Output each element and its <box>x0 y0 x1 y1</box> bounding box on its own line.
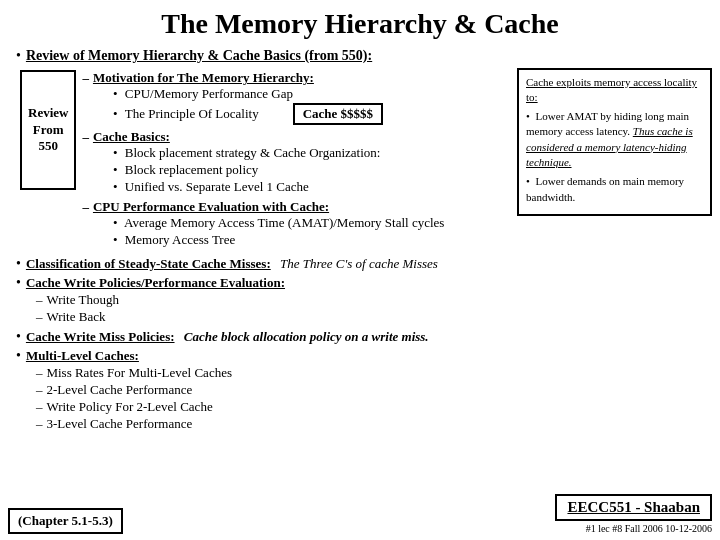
bullet5-sub2: – 2-Level Cache Performance <box>36 382 232 398</box>
bullet3-row: • Cache Write Policies/Performance Evalu… <box>16 275 708 326</box>
callout-item2: • Lower demands on main memory bandwidth… <box>526 174 703 205</box>
callout-item1: • Lower AMAT by hiding long main memory … <box>526 109 703 171</box>
bullet3-sub2: – Write Back <box>36 309 285 325</box>
bottom-bar: (Chapter 5.1-5.3) EECC551 - Shaaban #1 l… <box>8 494 712 534</box>
sub1-item1: • CPU/Memory Performance Gap <box>113 86 387 102</box>
bullet5-row: • Multi-Level Caches: – Miss Rates For M… <box>16 348 708 433</box>
bullet2-row: • Classification of Steady-State Cache M… <box>16 256 708 272</box>
sub3-item1: • Average Memory Access Time (AMAT)/Memo… <box>113 215 448 231</box>
sub1-item2: • The Principle Of Locality Cache $$$$$ <box>113 103 387 125</box>
callout-title: Cache exploits memory access locality to… <box>526 75 703 106</box>
bullet5-icon: • <box>16 348 21 364</box>
bullet5-sub1: – Miss Rates For Multi-Level Caches <box>36 365 232 381</box>
bullet2-icon: • <box>16 256 21 272</box>
sub2-item2: • Block replacement policy <box>113 162 385 178</box>
bullet4-row: • Cache Write Miss Policies: Cache block… <box>16 329 708 345</box>
eecc-box: EECC551 - Shaaban <box>555 494 712 521</box>
bullet4-icon: • <box>16 329 21 345</box>
review-label: Review From 550 <box>20 70 76 190</box>
chapter-box: (Chapter 5.1-5.3) <box>8 508 123 534</box>
bullet1-icon: • <box>16 48 21 64</box>
bullet1-label: Review of Memory Hierarchy & Cache Basic… <box>26 48 372 64</box>
bullet5-sub3: – Write Policy For 2-Level Cache <box>36 399 232 415</box>
sub3-item2: • Memory Access Tree <box>113 232 448 248</box>
write-miss-italic: Cache block allocation policy on a write… <box>184 329 429 344</box>
three-cs: The Three C's of cache Misses <box>280 256 438 271</box>
bullet3-sub1: – Write Though <box>36 292 285 308</box>
page-info: #1 lec #8 Fall 2006 10-12-2006 <box>586 523 712 534</box>
sub2-item3: • Unified vs. Separate Level 1 Cache <box>113 179 385 195</box>
page: The Memory Hierarchy & Cache • Review of… <box>0 0 720 540</box>
sub2-item1: • Block placement strategy & Cache Organ… <box>113 145 385 161</box>
callout-box: Cache exploits memory access locality to… <box>517 68 712 216</box>
bullet5-sub4: – 3-Level Cache Performance <box>36 416 232 432</box>
bullet3-icon: • <box>16 275 21 291</box>
page-title: The Memory Hierarchy & Cache <box>12 8 708 40</box>
